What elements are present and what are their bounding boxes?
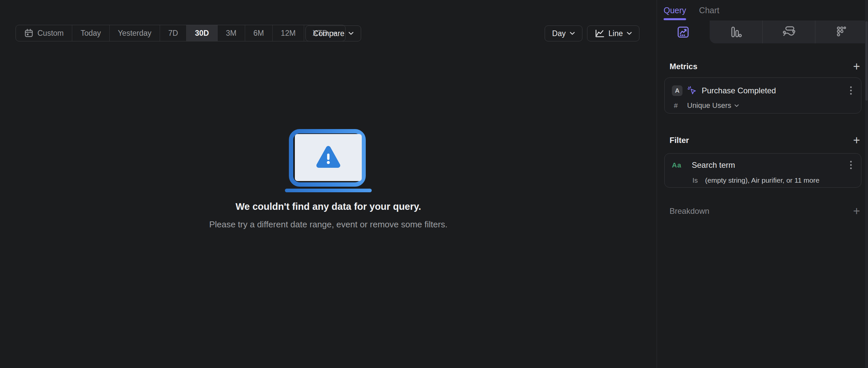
query-builder-content: Metrics + A Purchase Completed (657, 62, 868, 216)
granularity-label: Day (552, 29, 566, 38)
event-cursor-icon (687, 86, 697, 96)
filter-property-name[interactable]: Search term (692, 161, 843, 170)
aggregation-dropdown[interactable]: Unique Users (687, 101, 731, 110)
metric-event-row: A Purchase Completed (672, 85, 854, 96)
tab-insights[interactable] (657, 21, 710, 43)
add-filter-button[interactable]: + (852, 135, 861, 145)
aggregation-symbol: # (672, 102, 687, 109)
tab-flows[interactable] (762, 21, 815, 43)
chevron-down-icon (570, 32, 575, 35)
retention-dots-icon (835, 25, 849, 39)
filter-value[interactable]: (empty string), Air purifier, or 11 more (705, 176, 819, 184)
chart-display-controls: Day Line (545, 26, 640, 41)
date-range-label: Yesterday (118, 29, 151, 38)
empty-state-subtitle: Please try a different date range, event… (209, 220, 447, 230)
report-type-tab-bar (657, 21, 868, 43)
no-data-empty-state: We couldn't find any data for your query… (0, 129, 657, 230)
date-range-custom[interactable]: Custom (16, 25, 72, 41)
tab-retention[interactable] (815, 21, 868, 43)
tab-chart[interactable]: Chart (699, 0, 719, 21)
date-range-label: 7D (168, 29, 178, 38)
chevron-down-icon (627, 32, 632, 35)
date-range-label: 30D (195, 29, 209, 38)
date-range-30d-selected[interactable]: 30D (187, 25, 217, 41)
metric-aggregation-row[interactable]: # Unique Users (672, 101, 854, 110)
date-range-3m[interactable]: 3M (218, 25, 245, 41)
filter-operator[interactable]: Is (692, 176, 698, 184)
metric-event-name[interactable]: Purchase Completed (702, 86, 843, 95)
tab-funnels[interactable] (710, 21, 762, 43)
tab-query[interactable]: Query (663, 0, 686, 21)
chart-type-label: Line (609, 29, 623, 38)
text-property-type-icon: Aa (672, 161, 687, 169)
tab-label: Query (663, 6, 686, 15)
date-range-12m[interactable]: 12M (273, 25, 305, 41)
sidebar-scrollbar[interactable] (865, 0, 868, 368)
flows-icon (781, 25, 796, 39)
scrollbar-thumb[interactable] (865, 21, 868, 101)
breakdown-section-header: Breakdown + (664, 206, 861, 216)
filter-property-row: Aa Search term (672, 160, 854, 170)
analytics-query-builder: Custom Today Yesterday 7D 30D 3M 6M 12M … (0, 0, 868, 368)
calendar-icon (24, 29, 33, 38)
insights-chart-icon (676, 25, 690, 39)
sidebar-tab-bar: Query Chart (657, 0, 868, 21)
chart-main-area: Custom Today Yesterday 7D 30D 3M 6M 12M … (0, 0, 657, 368)
date-range-label: Custom (37, 29, 64, 38)
date-range-6m[interactable]: 6M (245, 25, 273, 41)
date-range-7d[interactable]: 7D (160, 25, 187, 41)
metric-kebab-menu-icon[interactable] (848, 85, 854, 96)
filter-section-header: Filter + (664, 135, 861, 145)
compare-label: Compare (313, 29, 345, 38)
date-range-yesterday[interactable]: Yesterday (110, 25, 160, 41)
date-range-label: 3M (226, 29, 237, 38)
filter-kebab-menu-icon[interactable] (848, 160, 854, 170)
granularity-dropdown[interactable]: Day (545, 26, 582, 41)
add-breakdown-button[interactable]: + (852, 206, 861, 216)
tab-label: Chart (699, 6, 719, 15)
chart-type-dropdown[interactable]: Line (587, 26, 640, 41)
metrics-section-header: Metrics + (664, 62, 861, 71)
query-builder-sidebar: Query Chart (657, 0, 868, 368)
filter-operator-row[interactable]: Is (empty string), Air purifier, or 11 m… (672, 176, 854, 184)
metric-card[interactable]: A Purchase Completed # Unique Use (664, 77, 861, 113)
funnels-bars-icon (728, 25, 743, 39)
empty-state-title: We couldn't find any data for your query… (236, 201, 421, 212)
chevron-down-icon (735, 104, 739, 107)
laptop-warning-illustration (285, 129, 372, 193)
line-chart-icon (595, 29, 604, 38)
breakdown-heading: Breakdown (670, 206, 709, 216)
date-range-label: Today (81, 29, 101, 38)
date-range-label: 12M (281, 29, 296, 38)
add-metric-button[interactable]: + (852, 62, 861, 71)
metrics-heading: Metrics (670, 62, 698, 71)
series-letter-badge: A (672, 86, 682, 96)
compare-button[interactable]: Compare (306, 26, 361, 41)
filter-heading: Filter (670, 136, 689, 145)
date-range-today[interactable]: Today (72, 25, 109, 41)
date-range-label: 6M (253, 29, 264, 38)
chevron-down-icon (348, 32, 353, 35)
date-range-control: Custom Today Yesterday 7D 30D 3M 6M 12M … (16, 25, 345, 41)
filter-card[interactable]: Aa Search term Is (empty string), Air pu… (664, 153, 861, 188)
